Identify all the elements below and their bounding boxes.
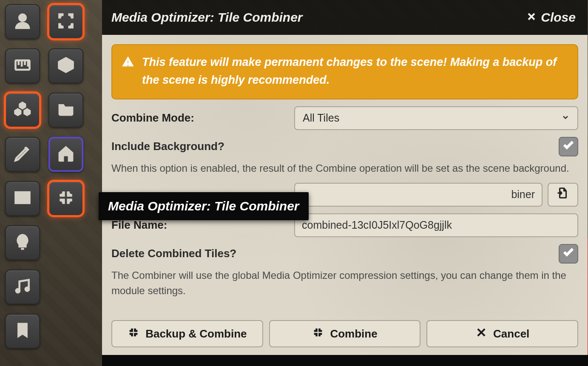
tool-column-2 [48,4,83,349]
box-icon [57,56,75,76]
cubes-icon [13,100,32,120]
backup-combine-button[interactable]: Backup & Combine [111,320,263,347]
compress-tool-button[interactable] [48,181,83,216]
box-tool-button[interactable] [48,48,83,83]
compress-icon [128,326,139,341]
wall-tool-button[interactable] [5,181,40,216]
file-import-icon [557,187,569,202]
combine-mode-value: All Tiles [303,112,339,124]
cancel-button[interactable]: Cancel [426,320,578,347]
fullscreen-tool-button[interactable] [48,4,83,39]
bookmark-icon [13,321,32,341]
folder-path-value: biner [511,188,535,201]
tool-column-1 [5,4,40,349]
svg-point-14 [25,287,30,292]
music-icon [13,277,32,297]
compression-hint: The Combiner will use the global Media O… [111,268,578,298]
tooltip: Media Optimizer: Tile Combiner [99,192,309,220]
cubes-tool-button[interactable] [5,93,40,128]
dark-bottom-strip [102,355,588,366]
close-icon [475,326,487,341]
dialog-header: Media Optimizer: Tile Combiner Close [102,0,588,35]
combine-label: Combine [330,327,377,340]
home-icon [57,144,75,165]
delete-tiles-label: Delete Combined Tiles? [111,247,236,260]
delete-tiles-row: Delete Combined Tiles? [111,244,578,264]
combine-mode-select[interactable]: All Tiles [294,106,578,130]
tool-sidebar [5,4,83,349]
include-background-checkbox[interactable] [559,137,578,156]
warning-icon [122,54,134,89]
user-tool-button[interactable] [5,4,40,39]
home-tool-button[interactable] [48,137,83,172]
include-background-hint: When this option is enabled, the result … [111,161,578,176]
compress-icon [312,326,324,341]
warning-text: This feature will make permanent changes… [142,54,568,89]
combine-mode-row: Combine Mode: All Tiles [111,106,578,130]
close-button[interactable]: Close [526,10,576,25]
bookmark-tool-button[interactable] [5,314,40,349]
warning-banner: This feature will make permanent changes… [111,44,578,99]
close-label: Close [541,10,576,25]
cancel-label: Cancel [493,327,529,340]
file-name-input[interactable]: combined-13cI0J5Ixl7QoG8gjjlk [294,213,578,237]
combine-mode-label: Combine Mode: [111,111,286,125]
wall-icon [13,188,32,209]
folder-path-input[interactable]: biner [294,183,543,207]
browse-button[interactable] [548,183,578,207]
music-tool-button[interactable] [5,270,40,304]
light-tool-button[interactable] [5,225,40,260]
ruler-tool-button[interactable] [5,48,40,83]
tile-combiner-dialog: Media Optimizer: Tile Combiner Close Thi… [102,0,588,355]
delete-tiles-checkbox[interactable] [559,244,578,264]
check-icon [562,139,575,154]
backup-combine-label: Backup & Combine [145,327,247,340]
folder-tool-button[interactable] [48,93,83,128]
include-background-row: Include Background? [111,137,578,156]
lightbulb-icon [13,233,32,253]
compress-icon [57,188,75,209]
pencil-icon [13,144,32,165]
pencil-tool-button[interactable] [5,137,40,172]
close-icon [526,10,537,25]
fullscreen-icon [57,11,75,32]
combine-button[interactable]: Combine [269,320,421,347]
dialog-title: Media Optimizer: Tile Combiner [111,10,303,25]
user-icon [13,11,32,32]
svg-point-0 [19,14,26,22]
file-name-value: combined-13cI0J5Ixl7QoG8gjjlk [302,219,452,231]
include-background-label: Include Background? [111,140,224,153]
check-icon [562,246,575,261]
chevron-down-icon [561,112,570,124]
file-name-label: File Name: [111,218,286,232]
ruler-icon [13,56,32,76]
action-button-row: Backup & Combine Combine Cancel [111,320,578,347]
svg-point-13 [16,289,20,293]
folder-icon [57,100,75,120]
